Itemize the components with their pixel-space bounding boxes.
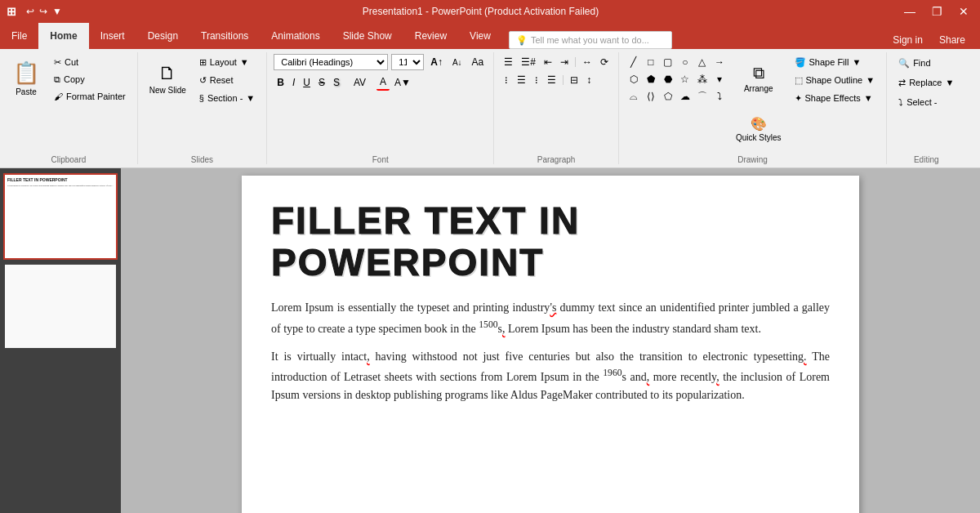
tab-slideshow[interactable]: Slide Show xyxy=(332,23,403,49)
line-spacing-btn[interactable]: ↕ xyxy=(583,72,595,88)
align-right-btn[interactable]: ⫶ xyxy=(531,72,542,88)
bold-btn[interactable]: B xyxy=(274,74,287,91)
shape-12[interactable]: ⟨⟩ xyxy=(643,88,659,105)
text-highlight-btn[interactable]: A▼ xyxy=(391,74,414,91)
shape-effects-icon: ✦ xyxy=(795,93,802,104)
redo-btn[interactable]: ↪ xyxy=(39,6,47,17)
rounded-rect-shape[interactable]: ▢ xyxy=(660,54,676,70)
copy-btn[interactable]: ⧉ Copy xyxy=(49,71,131,87)
font-size-select[interactable]: 11 xyxy=(391,54,424,70)
section-btn[interactable]: § Section - ▼ xyxy=(194,90,260,106)
strikethrough-btn[interactable]: S xyxy=(315,74,328,91)
shape-effects-btn[interactable]: ✦ Shape Effects ▼ xyxy=(790,90,880,106)
slide-para-2: It is virtually intact, having withstood… xyxy=(271,348,830,405)
shape-7[interactable]: ⬟ xyxy=(643,71,659,87)
slide-thumb-2[interactable]: 2 xyxy=(5,265,116,348)
cut-btn[interactable]: ✂ Cut xyxy=(49,54,131,70)
font-color-btn[interactable]: A xyxy=(376,74,390,91)
select-icon: ⤵ xyxy=(898,97,903,107)
align-left-btn[interactable]: ⫶ xyxy=(501,72,512,88)
font-name-select[interactable]: Calibri (Headings) xyxy=(274,54,388,70)
find-btn[interactable]: 🔍 Find xyxy=(893,54,935,72)
triangle-shape[interactable]: △ xyxy=(694,54,710,70)
increase-font-btn[interactable]: A↑ xyxy=(427,54,446,70)
select-btn[interactable]: ⤵ Select - xyxy=(893,93,942,111)
tell-me-bar[interactable]: 💡 Tell me what you want to do... xyxy=(509,31,672,49)
sign-in-area: Sign in Share xyxy=(884,31,980,49)
tab-transitions[interactable]: Transitions xyxy=(189,23,260,49)
format-painter-btn[interactable]: 🖌 Format Painter xyxy=(49,88,131,105)
shape-14[interactable]: ☁ xyxy=(677,88,693,105)
tab-design[interactable]: Design xyxy=(136,23,189,49)
window-controls: — ❐ ✕ xyxy=(899,3,973,20)
align-center-btn[interactable]: ☰ xyxy=(514,72,529,88)
shape-15[interactable]: ⌒ xyxy=(694,88,710,105)
paragraph-content: ☰ ☰# ⇤ ⇥ ↔ ⟳ ⫶ ☰ ⫶ ☰ ⊟ ↕ xyxy=(501,52,612,154)
minimize-btn[interactable]: — xyxy=(899,3,920,20)
ribbon-content: 📋 Paste ✂ Cut ⧉ Copy 🖌 Format Painter Cl… xyxy=(0,49,980,168)
close-btn[interactable]: ✕ xyxy=(954,3,973,20)
oval-shape[interactable]: ○ xyxy=(677,54,693,70)
quick-styles-icon: 🎨 xyxy=(751,116,767,132)
layout-arrow: ▼ xyxy=(240,57,249,67)
tab-file[interactable]: File xyxy=(0,23,38,49)
layout-btn[interactable]: ⊞ Layout ▼ xyxy=(194,54,260,70)
slide-body[interactable]: Lorem Ipsum is essentially the typeset a… xyxy=(271,299,830,404)
tab-animations[interactable]: Animations xyxy=(260,23,331,49)
squiggly-2: , xyxy=(502,322,506,334)
arrange-btn[interactable]: ⧉ Arrange xyxy=(731,54,786,103)
cut-icon: ✂ xyxy=(54,57,61,68)
tab-view[interactable]: View xyxy=(458,23,502,49)
shadow-btn[interactable]: S xyxy=(330,74,343,91)
decrease-font-btn[interactable]: A↓ xyxy=(449,54,466,70)
slide-title[interactable]: FILLER TEXT IN POWERPOINT xyxy=(271,200,830,283)
tab-review[interactable]: Review xyxy=(403,23,458,49)
thumb-body-1: Lorem Ipsum is essentially the typeset a… xyxy=(5,185,116,188)
convert-smartart-btn[interactable]: ⟳ xyxy=(597,54,612,70)
shape-fill-btn[interactable]: 🪣 Shape Fill ▼ xyxy=(790,54,880,70)
tab-insert[interactable]: Insert xyxy=(89,23,136,49)
shape-6[interactable]: ⬡ xyxy=(626,71,642,87)
quick-access-toolbar: ⊞ ↩ ↪ ▼ xyxy=(7,5,62,18)
tab-home[interactable]: Home xyxy=(38,23,88,49)
slide-para-1: Lorem Ipsum is essentially the typeset a… xyxy=(271,299,830,337)
shape-8[interactable]: ⬣ xyxy=(660,71,676,87)
shape-outline-btn[interactable]: ⬚ Shape Outline ▼ xyxy=(790,72,880,88)
new-slide-btn[interactable]: 🗋 New Slide xyxy=(145,54,191,103)
restore-btn[interactable]: ❐ xyxy=(927,3,947,20)
underline-btn[interactable]: U xyxy=(300,74,314,91)
rect-shape[interactable]: □ xyxy=(643,54,659,70)
right-arrow-shape[interactable]: → xyxy=(711,54,728,70)
justify-btn[interactable]: ☰ xyxy=(544,72,559,88)
slide-thumb-1[interactable]: 1 FILLER TEXT IN POWERPOINT Lorem Ipsum … xyxy=(5,175,116,258)
reset-btn[interactable]: ↺ Reset xyxy=(194,72,260,88)
indent-less-btn[interactable]: ⇤ xyxy=(541,54,555,70)
customize-qa-btn[interactable]: ▼ xyxy=(52,6,62,17)
paste-btn[interactable]: 📋 Paste xyxy=(7,54,46,103)
shape-11[interactable]: ⌓ xyxy=(626,88,642,105)
shape-16[interactable]: ⤵ xyxy=(711,88,728,105)
group-slides: 🗋 New Slide ⊞ Layout ▼ ↺ Reset § Section… xyxy=(138,52,267,164)
sign-in-btn[interactable]: Sign in xyxy=(884,31,931,49)
shape-13[interactable]: ⬠ xyxy=(660,88,676,105)
shape-10[interactable]: ⁂ xyxy=(694,71,710,87)
replace-btn[interactable]: ⇄ Replace ▼ xyxy=(893,74,959,91)
slide-canvas[interactable]: FILLER TEXT IN POWERPOINT Lorem Ipsum is… xyxy=(242,176,859,513)
title-bar: ⊞ ↩ ↪ ▼ Presentation1 - PowerPoint (Prod… xyxy=(0,0,980,23)
share-btn[interactable]: Share xyxy=(931,31,973,49)
indent-more-btn[interactable]: ⇥ xyxy=(557,54,572,70)
quick-styles-btn[interactable]: 🎨 Quick Styles xyxy=(731,105,786,154)
char-spacing-btn[interactable]: AV xyxy=(350,74,369,91)
reset-icon: ↺ xyxy=(199,75,207,86)
undo-btn[interactable]: ↩ xyxy=(26,6,34,17)
bullets-btn[interactable]: ☰ xyxy=(501,54,516,70)
line-shape[interactable]: ╱ xyxy=(626,54,642,70)
para-row-2: ⫶ ☰ ⫶ ☰ ⊟ ↕ xyxy=(501,72,595,88)
italic-btn[interactable]: I xyxy=(289,74,298,91)
more-shapes[interactable]: ▾ xyxy=(711,71,728,87)
numbering-btn[interactable]: ☰# xyxy=(518,54,539,70)
columns-btn[interactable]: ⊟ xyxy=(567,72,581,88)
clear-format-btn[interactable]: Aa xyxy=(469,54,488,70)
text-direction-btn[interactable]: ↔ xyxy=(579,54,595,70)
shape-9[interactable]: ☆ xyxy=(677,71,693,87)
